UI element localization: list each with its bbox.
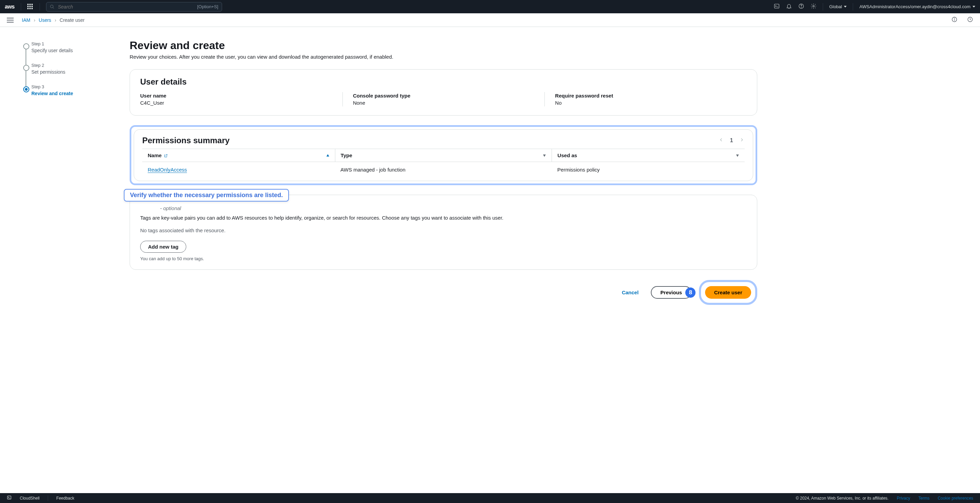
aws-logo[interactable]: aws (5, 4, 15, 10)
permissions-summary-card: Permissions summary 1 Name (134, 129, 753, 181)
info-icon[interactable] (951, 16, 958, 24)
sort-icon[interactable] (543, 152, 546, 158)
region-label: Global (829, 4, 842, 9)
tags-card: Verify whether the necessary permissions… (130, 195, 757, 270)
crumb-users[interactable]: Users (39, 17, 51, 23)
console-pw-col: Console password type None (342, 92, 545, 106)
tags-limit-text: You can add up to 50 more tags. (140, 256, 747, 261)
col-label: Name (148, 152, 162, 158)
step-title: Set permissions (31, 69, 109, 75)
pager-next[interactable] (739, 137, 745, 144)
policy-type: AWS managed - job function (335, 162, 552, 178)
help-icon[interactable] (798, 3, 804, 10)
page-subtitle: Review your choices. After you create th… (130, 54, 757, 60)
create-user-highlight: Create user (699, 280, 757, 305)
wizard-nav: Step 1 Specify user details Step 2 Set p… (21, 39, 109, 319)
table-row: ReadOnlyAccess AWS managed - job functio… (142, 162, 745, 178)
field-value: C4C_User (140, 100, 332, 106)
field-label: Require password reset (555, 93, 737, 98)
pager-current: 1 (730, 137, 733, 144)
chevron-down-icon (844, 6, 846, 8)
previous-button[interactable]: Previous 8 (651, 286, 691, 299)
sort-asc-icon[interactable] (326, 152, 329, 158)
create-user-button[interactable]: Create user (705, 286, 751, 299)
sort-icon[interactable] (736, 152, 739, 158)
privacy-link[interactable]: Privacy (897, 496, 910, 501)
external-link-icon (164, 154, 168, 158)
account-menu[interactable]: AWSAdministratorAccess/omer.aydin@cross4… (859, 4, 975, 9)
svg-point-0 (51, 5, 53, 8)
settings-icon[interactable] (810, 3, 817, 10)
wizard-step-3[interactable]: Step 3 Review and create (21, 84, 109, 106)
tutorial-step-badge: 8 (685, 287, 695, 298)
wizard-step-1[interactable]: Step 1 Specify user details (21, 41, 109, 63)
col-type[interactable]: Type (335, 149, 552, 162)
footer-bar: CloudShell Feedback © 2024, Amazon Web S… (0, 493, 980, 503)
cloudshell-icon[interactable] (7, 495, 11, 501)
divider (823, 3, 823, 11)
svg-marker-12 (543, 154, 546, 157)
divider (40, 3, 40, 11)
crumb-current: Create user (60, 17, 84, 23)
search-icon (50, 5, 54, 9)
field-value: None (353, 100, 535, 106)
search-input[interactable] (58, 4, 194, 10)
feedback-link[interactable]: Feedback (56, 496, 74, 501)
main-column: Review and create Review your choices. A… (130, 39, 757, 319)
field-label: User name (140, 93, 332, 98)
col-label: Type (341, 152, 352, 158)
field-value: No (555, 100, 737, 106)
cookie-link[interactable]: Cookie preferences (938, 496, 973, 501)
permissions-table: Name Type Used as (142, 149, 745, 177)
policy-used-as: Permissions policy (552, 162, 745, 178)
region-selector[interactable]: Global (829, 4, 847, 9)
page-title: Review and create (130, 39, 757, 52)
page-body: Step 1 Specify user details Step 2 Set p… (0, 27, 980, 319)
menu-toggle-icon[interactable] (7, 18, 14, 22)
pager-prev[interactable] (718, 137, 724, 144)
field-label: Console password type (353, 93, 535, 98)
step-label: Step 2 (31, 63, 109, 68)
cloudshell-link[interactable]: CloudShell (20, 496, 40, 501)
step-title: Review and create (31, 91, 109, 96)
chevron-right-icon: › (54, 17, 56, 23)
crumb-iam[interactable]: IAM (22, 17, 30, 23)
require-reset-col: Require password reset No (544, 92, 747, 106)
services-grid-icon[interactable] (27, 4, 33, 10)
svg-marker-13 (736, 154, 739, 157)
terms-link[interactable]: Terms (918, 496, 929, 501)
col-name[interactable]: Name (142, 149, 335, 162)
col-used-as[interactable]: Used as (552, 149, 745, 162)
svg-marker-11 (326, 154, 329, 157)
chevron-down-icon (972, 6, 975, 8)
tags-empty-text: No tags associated with the resource. (140, 227, 747, 233)
col-label: Used as (557, 152, 577, 158)
tags-description: Tags are key-value pairs you can add to … (140, 215, 720, 221)
svg-point-5 (801, 7, 801, 8)
step-label: Step 3 (31, 84, 109, 89)
global-search[interactable]: [Option+S] (46, 2, 222, 11)
policy-link[interactable]: ReadOnlyAccess (148, 167, 187, 173)
notifications-icon[interactable] (786, 3, 792, 10)
svg-line-1 (53, 7, 54, 8)
clock-icon[interactable] (967, 16, 973, 24)
wizard-step-2[interactable]: Step 2 Set permissions (21, 63, 109, 84)
cloudshell-icon[interactable] (774, 3, 780, 10)
add-tag-button[interactable]: Add new tag (140, 241, 186, 253)
breadcrumb-bar: IAM › Users › Create user (0, 13, 980, 27)
copyright: © 2024, Amazon Web Services, Inc. or its… (796, 496, 889, 501)
top-nav: aws [Option+S] Global AWSAdministratorAc… (0, 0, 980, 13)
chevron-right-icon: › (34, 17, 35, 23)
permissions-summary-highlight: Permissions summary 1 Name (130, 125, 757, 185)
svg-rect-2 (774, 4, 779, 8)
search-shortcut: [Option+S] (197, 4, 218, 9)
svg-point-6 (813, 5, 815, 7)
user-details-card: User details User name C4C_User Console … (130, 69, 757, 116)
svg-rect-14 (8, 496, 11, 499)
tutorial-callout: Verify whether the necessary permissions… (124, 189, 289, 202)
action-row: Cancel Previous 8 Create user (130, 280, 757, 319)
user-details-heading: User details (140, 77, 747, 87)
cancel-button[interactable]: Cancel (617, 286, 643, 299)
step-title: Specify user details (31, 48, 109, 53)
step-label: Step 1 (31, 41, 109, 46)
